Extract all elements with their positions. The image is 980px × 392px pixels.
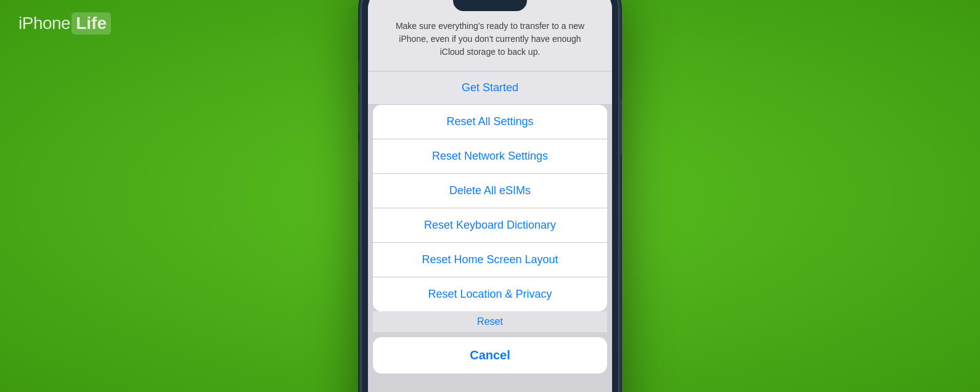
- phone-screen: Make sure everything's ready to transfer…: [368, 0, 612, 392]
- logo-iphone-text: iPhone: [18, 14, 70, 33]
- get-started-button[interactable]: Get Started: [368, 71, 612, 105]
- cancel-section: Cancel: [373, 337, 607, 374]
- reset-all-settings-label: Reset All Settings: [446, 115, 533, 128]
- reset-peek-label: Reset: [477, 316, 503, 327]
- action-sheet: Reset All Settings Reset Network Setting…: [373, 105, 607, 311]
- volume-down-button: [358, 142, 361, 182]
- reset-keyboard-dictionary-item[interactable]: Reset Keyboard Dictionary: [373, 208, 607, 243]
- phone-frame: Make sure everything's ready to transfer…: [361, 0, 619, 392]
- reset-network-settings-item[interactable]: Reset Network Settings: [373, 139, 607, 174]
- action-sheet-scroll: Reset All Settings Reset Network Setting…: [373, 105, 607, 311]
- power-button: [619, 99, 622, 154]
- reset-peek: Reset: [373, 311, 607, 332]
- iphone-life-logo: iPhone Life: [18, 12, 111, 35]
- info-description: Make sure everything's ready to transfer…: [386, 20, 594, 59]
- phone-wrapper: Make sure everything's ready to transfer…: [361, 0, 619, 392]
- reset-home-screen-layout-item[interactable]: Reset Home Screen Layout: [373, 243, 607, 277]
- reset-home-screen-layout-label: Reset Home Screen Layout: [422, 253, 558, 266]
- reset-keyboard-dictionary-label: Reset Keyboard Dictionary: [424, 219, 556, 231]
- mute-button: [358, 62, 361, 83]
- reset-location-privacy-item[interactable]: Reset Location & Privacy: [373, 277, 607, 311]
- volume-up-button: [358, 92, 361, 133]
- logo-life-text: Life: [71, 12, 111, 35]
- reset-all-settings-item[interactable]: Reset All Settings: [373, 105, 607, 139]
- delete-all-esims-item[interactable]: Delete All eSIMs: [373, 174, 607, 208]
- reset-network-settings-label: Reset Network Settings: [432, 150, 548, 162]
- reset-location-privacy-label: Reset Location & Privacy: [428, 288, 552, 300]
- screen-content: Make sure everything's ready to transfer…: [368, 0, 612, 392]
- dynamic-island: [453, 0, 527, 11]
- cancel-button[interactable]: Cancel: [373, 337, 607, 374]
- get-started-label: Get Started: [462, 81, 518, 94]
- cancel-label: Cancel: [470, 348, 510, 362]
- delete-all-esims-label: Delete All eSIMs: [449, 184, 531, 197]
